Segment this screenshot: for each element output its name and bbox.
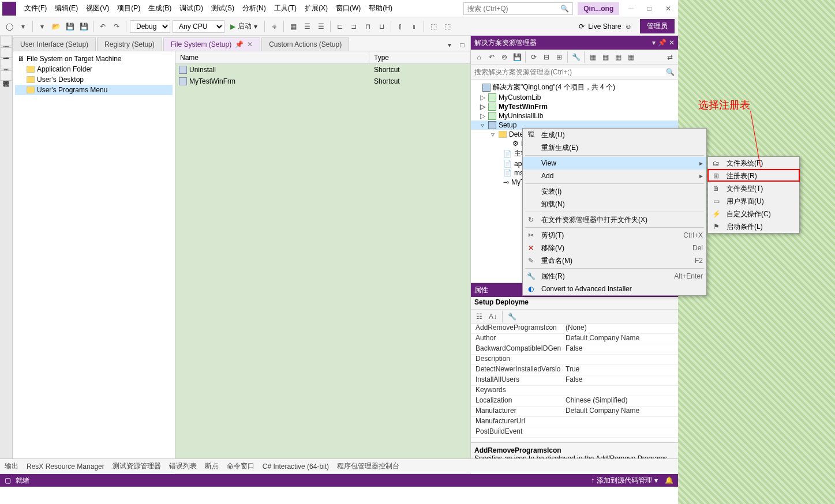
sln-view2-icon[interactable]: ▦ <box>600 51 611 63</box>
sln-refresh-icon[interactable]: ⟳ <box>528 51 540 63</box>
project-badge[interactable]: Qin...ong <box>578 2 619 15</box>
layout2-icon[interactable]: ☰ <box>315 21 327 32</box>
sln-save-icon[interactable]: 💾 <box>511 51 523 63</box>
prop-row[interactable]: BackwardCompatibleIDGenFalse <box>471 344 678 355</box>
ctx-rename[interactable]: ✎重命名(M)F2 <box>523 254 706 267</box>
sub-ui[interactable]: ▭用户界面(U) <box>708 195 799 208</box>
al4-icon[interactable]: ⊔ <box>376 21 387 32</box>
redo-icon[interactable]: ↷ <box>111 21 122 32</box>
sln-props-icon[interactable]: 🔧 <box>570 51 582 63</box>
sln-root[interactable]: 解决方案"QingLong"(4 个项目，共 4 个) <box>471 82 678 93</box>
prop-value[interactable]: False <box>563 344 678 354</box>
sln-node-lib2[interactable]: ▷MyUninsiallLib <box>471 111 678 121</box>
prop-row[interactable]: ManufacturerDefault Company Name <box>471 407 678 417</box>
fs-folder-app[interactable]: Application Folder <box>15 64 173 74</box>
bottom-tab-cmd[interactable]: 命令窗口 <box>227 461 254 471</box>
sub-launchconditions[interactable]: ⚑启动条件(L) <box>708 220 799 233</box>
al2-icon[interactable]: ⊐ <box>348 21 360 32</box>
left-tab-datasource[interactable]: 数据源 <box>0 36 12 46</box>
prop-value[interactable] <box>563 427 678 437</box>
bottom-tab-output[interactable]: 输出 <box>5 461 18 471</box>
sln-view4-icon[interactable]: ▦ <box>625 51 636 63</box>
ctx-cut[interactable]: ✂剪切(T)Ctrl+X <box>523 229 706 242</box>
sub-filetypes[interactable]: 🗎文件类型(T) <box>708 182 799 195</box>
liveshare-icon[interactable]: ⟳ <box>579 22 585 31</box>
bell-icon[interactable]: 🔔 <box>665 476 673 484</box>
prop-value[interactable]: Default Company Name <box>563 334 678 344</box>
sub-registry[interactable]: ⊞注册表(R) <box>708 170 799 182</box>
bottom-tab-resx[interactable]: ResX Resource Manager <box>27 462 104 471</box>
menu-view[interactable]: 视图(V) <box>83 1 113 16</box>
undo-icon[interactable]: ↶ <box>97 21 108 32</box>
liveshare-label[interactable]: Live Share <box>588 22 621 31</box>
al1-icon[interactable]: ⊏ <box>334 21 346 32</box>
ctx-props[interactable]: 🔧属性(R)Alt+Enter <box>523 270 706 283</box>
sub-filesystem[interactable]: 🗂文件系统(F) <box>708 157 799 170</box>
menu-window[interactable]: 窗口(W) <box>332 1 364 16</box>
prop-row[interactable]: LocalizationChinese (Simplified) <box>471 396 678 407</box>
sub-customactions[interactable]: ⚡自定义操作(C) <box>708 208 799 220</box>
sln-home-icon[interactable]: ⌂ <box>473 51 485 63</box>
pin-icon[interactable]: 📌 <box>235 40 244 48</box>
fs-folder-desktop[interactable]: User's Desktop <box>15 74 173 85</box>
sp1-icon[interactable]: ⫿ <box>395 21 406 32</box>
prop-row[interactable]: InstallAllUsersFalse <box>471 375 678 386</box>
maximize-button[interactable]: □ <box>643 2 656 15</box>
bottom-tab-breakpoints[interactable]: 断点 <box>205 461 219 471</box>
sln-view3-icon[interactable]: ▦ <box>612 51 624 63</box>
status-scm-icon[interactable]: ↑ <box>591 476 594 484</box>
prop-value[interactable]: False <box>563 375 678 385</box>
platform-select[interactable]: Any CPU <box>173 20 224 33</box>
menu-project[interactable]: 项目(P) <box>114 1 144 16</box>
prop-row[interactable]: ManufacturerUrl <box>471 417 678 427</box>
prop-value[interactable]: Default Company Name <box>563 407 678 416</box>
close-button[interactable]: ✕ <box>661 2 676 15</box>
sln-switch-icon[interactable]: ⇄ <box>664 51 676 63</box>
tab-customactions[interactable]: Custom Actions (Setup) <box>261 37 349 51</box>
prop-row[interactable]: Keywords <box>471 386 678 396</box>
menu-test[interactable]: 测试(S) <box>208 1 238 16</box>
ctx-install[interactable]: 安装(I) <box>523 185 706 198</box>
fs-folder-programs[interactable]: User's Programs Menu <box>15 85 173 95</box>
menu-help[interactable]: 帮助(H) <box>365 1 396 16</box>
bottom-tab-pkg[interactable]: 程序包管理器控制台 <box>337 461 399 471</box>
ctx-convert[interactable]: ◐Convert to Advanced Installer <box>523 283 706 295</box>
menu-debug[interactable]: 调试(D) <box>176 1 207 16</box>
fs-item[interactable]: Uninstall Shortcut <box>175 64 470 76</box>
tab-filesystem[interactable]: File System (Setup)📌✕ <box>163 37 260 51</box>
ctx-remove[interactable]: ✕移除(V)Del <box>523 242 706 254</box>
prop-row[interactable]: AddRemoveProgramsIcon(None) <box>471 324 678 334</box>
menu-file[interactable]: 文件(F) <box>21 1 50 16</box>
prop-row[interactable]: PostBuildEvent <box>471 427 678 438</box>
search-input[interactable] <box>467 5 560 13</box>
start-button[interactable]: ▶ 启动 ▾ <box>227 20 261 32</box>
panel-dropdown-icon[interactable]: ▾ <box>652 39 656 47</box>
status-scm[interactable]: 添加到源代码管理 <box>597 476 652 486</box>
nav-fwd-icon[interactable]: ▾ <box>17 21 29 32</box>
save-icon[interactable]: 💾 <box>64 21 76 32</box>
ctx-add[interactable]: Add▸ <box>523 170 706 182</box>
prop-row[interactable]: Description <box>471 355 678 365</box>
search-box[interactable]: 🔍 <box>463 2 573 15</box>
sln-view1-icon[interactable]: ▦ <box>587 51 598 63</box>
feedback-icon[interactable]: ☺ <box>625 22 632 31</box>
sln-search-input[interactable] <box>474 68 666 76</box>
left-tab-server-explorer[interactable]: 服务器资源管理器 <box>0 47 12 58</box>
fs-col-name[interactable]: Name <box>175 51 369 63</box>
sln-node-frm[interactable]: ▷MyTestWinFrm <box>471 102 678 111</box>
bottom-tab-csi[interactable]: C# Interactive (64-bit) <box>263 462 329 471</box>
minimize-button[interactable]: ─ <box>624 2 638 15</box>
panel-pin-icon[interactable]: 📌 <box>658 39 666 47</box>
prop-value[interactable] <box>563 386 678 396</box>
menu-extensions[interactable]: 扩展(X) <box>301 1 331 16</box>
prop-value[interactable] <box>563 355 678 364</box>
prop-value[interactable]: (None) <box>563 324 678 333</box>
sz1-icon[interactable]: ⬚ <box>428 21 439 32</box>
prop-row[interactable]: DetectNewerInstalledVersioTrue <box>471 365 678 375</box>
ctx-uninstall[interactable]: 卸载(N) <box>523 198 706 210</box>
sln-sync-icon[interactable]: ⊚ <box>499 51 510 63</box>
sln-showall-icon[interactable]: ⊞ <box>553 51 565 63</box>
sp2-icon[interactable]: ⫾ <box>409 21 420 32</box>
bottom-tab-errlist[interactable]: 错误列表 <box>169 461 197 471</box>
open-icon[interactable]: 📂 <box>50 21 62 32</box>
